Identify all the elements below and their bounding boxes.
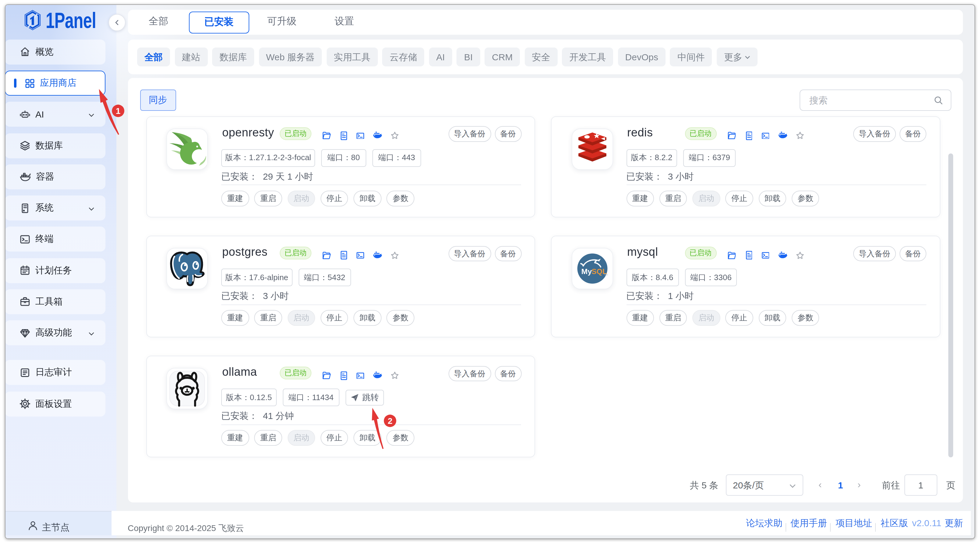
- svg-text:TM: TM: [604, 273, 608, 276]
- svg-text:My: My: [581, 267, 592, 276]
